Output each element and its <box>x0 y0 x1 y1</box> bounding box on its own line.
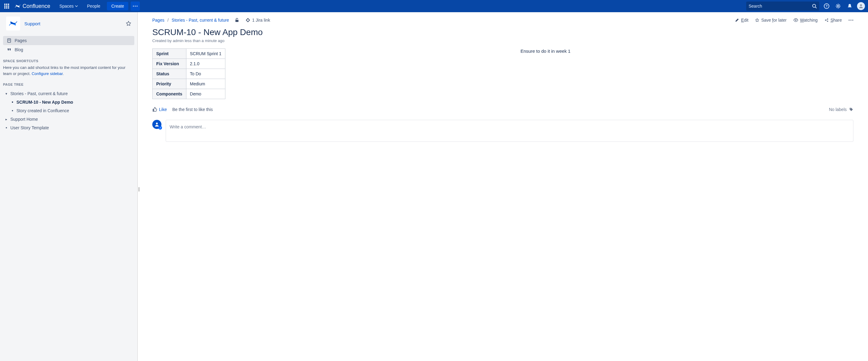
page-content: Pages / Stories - Past, current & future… <box>138 12 868 361</box>
breadcrumbs: Pages / Stories - Past, current & future <box>152 18 239 23</box>
watching-button[interactable]: Watching <box>794 18 818 23</box>
cell-components-key: Components <box>153 89 186 99</box>
top-nav: Confluence Spaces People Create ? <box>0 0 868 12</box>
shortcuts-text: Here you can add shortcut links to the m… <box>3 65 125 76</box>
create-more-button[interactable] <box>131 2 140 11</box>
settings-button[interactable] <box>834 2 842 10</box>
help-button[interactable]: ? <box>822 2 831 10</box>
svg-point-22 <box>850 109 851 109</box>
nav-people[interactable]: People <box>84 0 104 12</box>
edit-badge-icon <box>158 126 162 130</box>
search-box[interactable] <box>746 2 819 11</box>
jira-link-label: 1 Jira link <box>252 18 270 23</box>
main-layout: Support Pages Blog SPACE SHORTCUTS Here … <box>0 12 868 361</box>
like-label: Like <box>159 107 167 112</box>
apps-icon <box>4 4 9 8</box>
star-outline-icon <box>755 18 759 22</box>
tree-scrum10[interactable]: • SCRUM-10 - New App Demo <box>9 98 134 106</box>
cell-fixversion-val: 2.1.0 <box>186 59 225 69</box>
more-actions-button[interactable] <box>848 20 854 21</box>
restrictions-button[interactable] <box>235 18 239 23</box>
page-actions: Edit Save for later Watching Share <box>735 18 854 23</box>
svg-point-20 <box>850 20 851 21</box>
app-switcher-button[interactable] <box>3 2 10 10</box>
search-input[interactable] <box>749 4 812 8</box>
share-button[interactable]: Share <box>825 18 842 23</box>
page-tree-heading: PAGE TREE <box>0 79 137 88</box>
top-nav-left: Confluence Spaces People Create <box>3 0 140 12</box>
watching-label: Watching <box>800 18 818 23</box>
unlock-icon <box>235 18 239 23</box>
bullet-icon: • <box>10 100 14 105</box>
ellipsis-icon <box>133 5 138 7</box>
shortcuts-description: Here you can add shortcut links to the m… <box>0 65 137 79</box>
svg-point-13 <box>795 20 797 21</box>
page-meta: Created by admin less than a minute ago <box>152 38 854 43</box>
bell-icon <box>847 3 852 9</box>
sidebar-collapse-handle[interactable]: || <box>138 187 139 192</box>
svg-point-0 <box>133 5 134 6</box>
tree-stories[interactable]: ▾ Stories - Past, current & future <box>3 89 134 98</box>
svg-point-19 <box>848 20 849 21</box>
svg-point-8 <box>860 4 862 6</box>
search-icon <box>812 4 817 8</box>
space-logo[interactable] <box>6 17 20 30</box>
help-icon: ? <box>824 3 830 9</box>
quote-icon <box>7 47 11 52</box>
tree-support-home-label: Support Home <box>10 117 38 122</box>
table-row: ComponentsDemo <box>153 89 225 99</box>
breadcrumb-pages[interactable]: Pages <box>152 18 164 23</box>
ellipsis-icon <box>848 20 854 21</box>
add-label-button[interactable] <box>849 107 854 112</box>
tree-support-home[interactable]: ▸ Support Home <box>3 115 134 123</box>
confluence-logo[interactable]: Confluence <box>14 3 50 9</box>
cell-fixversion-key: Fix Version <box>153 59 186 69</box>
table-row: Fix Version2.1.0 <box>153 59 225 69</box>
comment-input[interactable]: Write a comment… <box>166 120 854 142</box>
configure-sidebar-link[interactable]: Configure sidebar <box>32 71 63 76</box>
tree-user-story-template[interactable]: • User Story Template <box>3 123 134 132</box>
nav-spaces[interactable]: Spaces <box>56 0 82 12</box>
save-for-later-button[interactable]: Save for later <box>755 18 786 23</box>
svg-rect-12 <box>236 20 239 22</box>
sidebar-pages-label: Pages <box>14 38 27 43</box>
tag-icon <box>849 107 854 112</box>
star-space-button[interactable] <box>126 21 131 26</box>
svg-point-21 <box>852 20 853 21</box>
breadcrumb-parent[interactable]: Stories - Past, current & future <box>172 18 229 23</box>
create-button[interactable]: Create <box>107 2 128 10</box>
profile-button[interactable] <box>857 2 865 10</box>
space-header: Support <box>0 12 137 35</box>
svg-point-1 <box>135 5 136 6</box>
bullet-icon: • <box>10 108 14 113</box>
cell-priority-val: Medium <box>186 79 225 89</box>
svg-point-3 <box>812 4 816 7</box>
edit-button[interactable]: Edit <box>735 18 748 23</box>
sidebar-pages[interactable]: Pages <box>3 36 134 45</box>
cell-sprint-key: Sprint <box>153 49 186 59</box>
page-body: SprintSCRUM Sprint 1 Fix Version2.1.0 St… <box>152 49 854 99</box>
person-icon <box>858 3 864 9</box>
svg-line-17 <box>826 19 827 20</box>
labels-section: No labels <box>829 107 854 112</box>
svg-point-15 <box>827 19 828 20</box>
chevron-down-icon[interactable]: ▾ <box>4 92 8 96</box>
page-title: SCRUM-10 - New App Demo <box>152 27 854 37</box>
nav-people-label: People <box>87 4 100 8</box>
chevron-right-icon[interactable]: ▸ <box>4 117 8 121</box>
tree-story-confluence[interactable]: • Story created in Confluence <box>9 106 134 115</box>
svg-point-16 <box>827 21 828 22</box>
svg-text:?: ? <box>826 4 828 8</box>
thumbs-up-icon <box>152 107 157 112</box>
jira-link[interactable]: 1 Jira link <box>246 18 270 23</box>
pencil-icon <box>735 18 739 22</box>
notifications-button[interactable] <box>845 2 854 10</box>
space-name-link[interactable]: Support <box>24 21 40 26</box>
svg-line-4 <box>815 7 816 8</box>
shortcuts-heading: SPACE SHORTCUTS <box>0 55 137 65</box>
edit-label: Edit <box>741 18 748 23</box>
like-button[interactable]: Like <box>152 107 167 112</box>
sidebar-blog[interactable]: Blog <box>3 45 134 54</box>
bullet-icon: • <box>4 125 8 130</box>
note-column: Ensure to do it in week 1 <box>238 49 854 54</box>
